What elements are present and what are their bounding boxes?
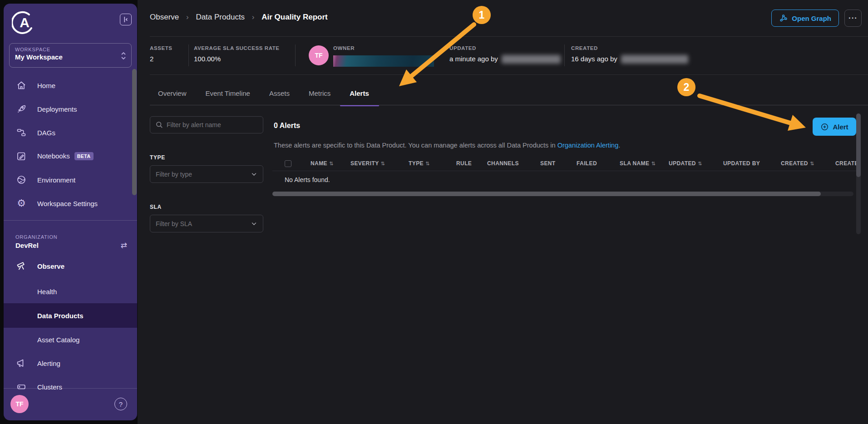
divider (150, 36, 868, 37)
telescope-icon (15, 260, 27, 272)
search-input[interactable]: Filter by alert name (150, 116, 263, 133)
empty-state-message: No Alerts found. (285, 176, 330, 183)
sidebar-item-workspace-settings[interactable]: ⚙ Workspace Settings (4, 192, 137, 215)
column-header-sent: SENT (540, 160, 577, 167)
sidebar-item-label: Workspace Settings (37, 200, 98, 207)
vertical-scrollbar[interactable] (856, 113, 861, 234)
column-header-updated-by: UPDATED BY (723, 160, 781, 167)
owner-avatar[interactable]: TF (309, 45, 329, 65)
select-all-checkbox[interactable] (285, 160, 291, 167)
plus-circle-icon (820, 123, 829, 131)
gear-icon: ⚙ (15, 197, 27, 209)
breadcrumb-data-products[interactable]: Data Products (196, 13, 245, 21)
sidebar-item-data-products[interactable]: Data Products (4, 303, 137, 328)
chevron-down-icon (251, 220, 257, 227)
column-header-name[interactable]: NAME⇅ (311, 160, 350, 167)
page-title: Air Quality Report (261, 13, 327, 21)
divider (188, 44, 189, 66)
divider (564, 44, 565, 66)
main-content: Observe › Data Products › Air Quality Re… (138, 0, 868, 424)
horizontal-scrollbar[interactable] (272, 192, 853, 196)
stat-updated: UPDATED a minute ago by (449, 45, 561, 64)
sidebar-item-label: DAGs (37, 129, 55, 137)
alerts-panel: 0 Alerts Alert These alerts are specific… (272, 114, 856, 251)
sla-filter-select[interactable]: Filter by SLA (150, 215, 263, 232)
type-filter-select[interactable]: Filter by type (150, 165, 263, 183)
column-header-sla-name[interactable]: SLA NAME⇅ (620, 160, 669, 167)
sidebar: A WORKSPACE My Workspace Home (4, 4, 137, 420)
stat-sla-success-rate: AVERAGE SLA SUCCESS RATE 100.00% (194, 45, 280, 63)
sidebar-footer: TF ? (4, 388, 137, 420)
tab-overview[interactable]: Overview (158, 82, 187, 105)
stat-created: CREATED 16 days ago by (571, 45, 688, 64)
column-header-rule: RULE (456, 160, 487, 167)
chevron-down-icon (251, 171, 257, 177)
workspace-selector[interactable]: WORKSPACE My Workspace (9, 43, 132, 68)
tab-assets[interactable]: Assets (269, 82, 290, 105)
sidebar-item-home[interactable]: Home (4, 74, 137, 97)
breadcrumb-observe[interactable]: Observe (150, 13, 179, 21)
sidebar-item-health[interactable]: Health (4, 280, 137, 303)
vertical-scrollbar-thumb[interactable] (856, 113, 861, 177)
sidebar-divider (4, 220, 137, 221)
organization-name: DevRel (15, 242, 39, 249)
stat-owner: OWNER (333, 45, 355, 51)
divider (295, 44, 296, 66)
alerts-description: These alerts are specific to this Data P… (274, 142, 620, 149)
add-alert-button[interactable]: Alert (813, 118, 856, 136)
tab-bar: Overview Event Timeline Assets Metrics A… (158, 82, 369, 105)
tab-event-timeline[interactable]: Event Timeline (206, 82, 250, 105)
sidebar-item-label: NotebooksBETA (37, 152, 94, 160)
horizontal-scrollbar-thumb[interactable] (272, 192, 821, 196)
column-header-updated[interactable]: UPDATED⇅ (669, 160, 723, 167)
search-placeholder: Filter by alert name (167, 121, 221, 128)
more-options-button[interactable]: ··· (844, 10, 862, 27)
sidebar-item-dags[interactable]: DAGs (4, 121, 137, 144)
sort-icon: ⇅ (425, 161, 430, 166)
open-graph-button[interactable]: Open Graph (771, 10, 839, 27)
chevron-updown-icon (120, 50, 127, 61)
astronomer-logo[interactable]: A (12, 11, 35, 35)
divider (150, 74, 868, 75)
sidebar-item-label: Health (37, 288, 57, 296)
sidebar-collapse-icon[interactable] (120, 14, 132, 25)
sla-filter-label: SLA (150, 204, 263, 210)
sort-icon: ⇅ (329, 161, 334, 166)
type-filter-label: TYPE (150, 154, 263, 161)
globe-icon (15, 174, 27, 186)
sidebar-item-label: Data Products (37, 312, 84, 320)
stats-bar: ASSETS 2 AVERAGE SLA SUCCESS RATE 100.00… (138, 44, 868, 70)
switch-organization-icon[interactable]: ⇄ (121, 241, 127, 250)
sidebar-item-environment[interactable]: Environment (4, 168, 137, 192)
divider (272, 171, 856, 171)
sidebar-scrollbar[interactable] (132, 69, 137, 195)
owner-name-redacted (333, 55, 434, 67)
sort-icon: ⇅ (698, 161, 702, 166)
sidebar-item-deployments[interactable]: Deployments (4, 97, 137, 121)
user-avatar[interactable]: TF (10, 395, 29, 413)
select-all-cell (285, 160, 311, 167)
sidebar-item-asset-catalog[interactable]: Asset Catalog (4, 328, 137, 351)
organization-alerting-link[interactable]: Organization Alerting (557, 142, 619, 149)
tab-alerts[interactable]: Alerts (350, 82, 369, 105)
help-icon[interactable]: ? (114, 398, 127, 410)
column-header-type[interactable]: TYPE⇅ (409, 160, 456, 167)
sidebar-item-label: Alerting (37, 360, 60, 367)
workspace-name: My Workspace (15, 53, 126, 61)
sort-icon: ⇅ (651, 161, 656, 166)
stat-assets: ASSETS 2 (150, 45, 173, 63)
chevron-right-icon: › (186, 13, 189, 21)
dag-icon (15, 127, 27, 138)
sidebar-item-alerting[interactable]: Alerting (4, 351, 137, 375)
alerts-table-header: NAME⇅ SEVERITY⇅ TYPE⇅ RULE CHANNELS SENT… (272, 156, 856, 171)
rocket-icon (15, 103, 27, 115)
created-by-redacted (621, 55, 688, 64)
sidebar-item-observe[interactable]: Observe (4, 254, 137, 278)
svg-text:A: A (20, 15, 30, 30)
graph-icon (779, 14, 788, 23)
tab-metrics[interactable]: Metrics (309, 82, 330, 105)
alerts-count: 0 Alerts (274, 122, 300, 130)
column-header-severity[interactable]: SEVERITY⇅ (350, 160, 409, 167)
column-header-created[interactable]: CREATED⇅ (781, 160, 835, 167)
sidebar-item-notebooks[interactable]: NotebooksBETA (4, 144, 137, 168)
